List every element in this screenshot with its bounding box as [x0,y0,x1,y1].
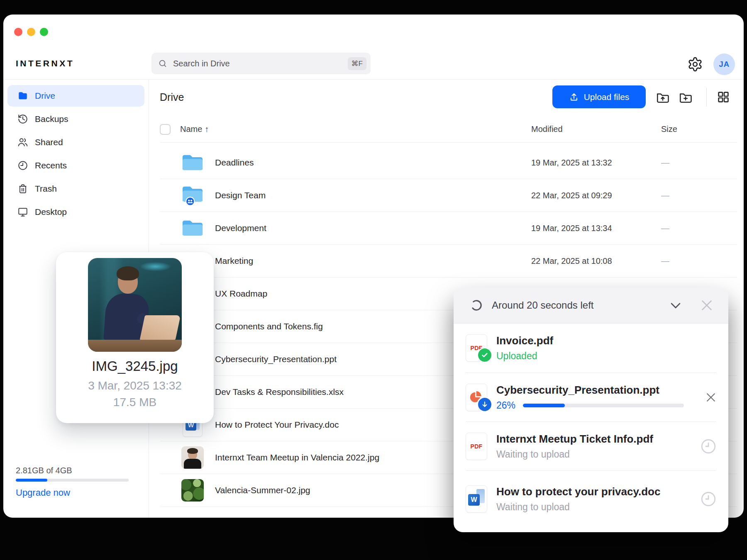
file-preview-card[interactable]: IMG_3245.jpg 3 Mar, 2025 13:32 17.5 MB [56,252,214,423]
select-all-checkbox[interactable] [160,124,171,135]
cancel-upload-button[interactable] [705,391,717,404]
folder-plus-icon [678,90,693,105]
preview-filesize: 17.5 MB [56,396,214,409]
column-header-size[interactable]: Size [661,124,677,134]
upload-item: Cybersecurity_Presentation.ppt 26% [454,373,728,422]
chevron-down-icon [669,298,683,312]
file-name: Valencia-Summer-02.jpg [215,485,310,495]
folder-upload-icon [655,90,670,105]
new-folder-button[interactable] [676,88,695,106]
sidebar-item-backups[interactable]: Backups [7,108,144,130]
upload-progress-fill [523,404,565,407]
file-name: Components and Tokens.fig [215,321,323,331]
screen: { "window": { "traffic_light_colors": ["… [0,0,747,560]
preview-thumbnail [88,258,182,352]
upload-item-filename: Cybersecurity_Presentation.ppt [496,384,684,397]
close-toast-button[interactable] [699,298,714,313]
column-header-modified[interactable]: Modified [531,124,563,134]
sidebar-item-label: Shared [35,137,63,147]
grid-view-button[interactable] [714,88,732,106]
close-icon [705,391,717,404]
header-divider [3,79,744,80]
trash-icon [17,183,28,194]
sidebar-item-recents[interactable]: Recents [7,155,144,176]
file-name: Development [215,223,266,233]
search-bar[interactable]: ⌘F [151,53,371,74]
sidebar-item-shared[interactable]: Shared [7,131,144,153]
file-size: — [661,190,669,200]
pdf-file-icon: PDF [466,433,487,460]
preview-modified-date: 3 Mar, 2025 13:32 [56,379,214,392]
people-icon [17,137,28,148]
word-file-icon: W [466,485,487,513]
minimize-window-button[interactable] [27,28,35,36]
internxt-logo: INTERNXT [16,58,74,68]
pdf-file-icon: PDF [466,334,487,362]
sidebar-item-trash[interactable]: Trash [7,178,144,200]
close-window-button[interactable] [14,28,22,36]
settings-button[interactable] [687,56,703,73]
desktop-icon [17,207,28,217]
sidebar-item-label: Trash [35,184,57,194]
avatar[interactable]: JA [713,54,735,75]
collapse-toast-button[interactable] [669,298,683,312]
zoom-window-button[interactable] [40,28,48,36]
ppt-file-icon [466,384,487,411]
upload-item-filename: Invoice.pdf [496,334,553,347]
upload-item: W How to protect your privacy.doc Waitin… [454,471,728,527]
upload-folder-button[interactable] [654,88,672,106]
folder-icon [181,217,204,239]
table-row[interactable]: Development 19 Mar, 2025 at 13:34 — [160,212,737,245]
table-row[interactable]: Marketing 22 Mar, 2025 at 10:08 — [160,244,737,278]
file-name: Marketing [215,256,253,266]
sidebar-item-label: Drive [35,91,55,101]
file-size: — [661,256,669,265]
upload-item-filename: How to protect your privacy.doc [496,485,660,498]
photo-thumbnail-portrait [181,446,204,469]
file-name: Deadlines [215,158,254,168]
table-row[interactable]: Deadlines 19 Mar, 2025 at 13:32 — [160,146,737,179]
sidebar-item-drive[interactable]: Drive [7,85,144,107]
modified-date: 22 Mar, 2025 at 10:08 [531,256,612,265]
sidebar-item-desktop[interactable]: Desktop [7,201,144,223]
search-shortcut-badge: ⌘F [348,57,366,70]
upload-files-button[interactable]: Upload files [552,85,646,108]
file-name: UX Roadmap [215,289,267,299]
table-row[interactable]: Design Team 22 Mar, 2025 at 09:29 — [160,179,737,212]
waiting-clock-icon [700,438,717,455]
photo-thumbnail-leaves [181,479,204,502]
toolbar-separator [706,88,707,107]
grid-view-icon [717,90,730,104]
upload-item-status: Waiting to upload [496,502,660,513]
upload-time-remaining: Around 20 seconds left [492,299,669,311]
folder-icon [181,151,204,174]
spinner-icon [470,299,483,312]
search-icon [158,59,167,68]
uploading-arrow-badge [477,397,493,412]
file-name: Dev Tasks & Responsibilities.xlsx [215,387,344,397]
upgrade-now-link[interactable]: Upgrade now [16,487,70,498]
toast-header: Around 20 seconds left [454,287,728,324]
column-header-name[interactable]: Name ↑ [180,124,209,134]
modified-date: 19 Mar, 2025 at 13:32 [531,158,612,167]
upload-item: PDF Internxt Meetup Ticket Info.pdf Wait… [454,422,728,471]
storage-progress-fill [16,479,47,482]
sort-ascending-icon: ↑ [205,124,209,134]
upload-icon [569,92,579,102]
search-input[interactable] [172,58,348,69]
upload-item: PDF Invoice.pdf Uploaded [454,324,728,373]
uploaded-check-badge [477,347,493,363]
modified-date: 19 Mar, 2025 at 13:34 [531,223,612,233]
upload-progress-toast: Around 20 seconds left PDF Invoice.pdf U… [454,287,728,532]
waiting-clock-icon [700,490,717,508]
file-size: — [661,158,669,167]
file-name: How to Protect Your Privacy.doc [215,420,339,430]
clock-icon [17,160,28,171]
table-header-divider [160,142,737,143]
file-name: Design Team [215,190,266,200]
sidebar-item-label: Recents [35,161,67,170]
file-size: — [661,223,669,233]
upload-item-status: Uploaded [496,351,553,362]
file-name: Cybersecurity_Presentation.ppt [215,354,337,364]
shared-folder-icon [181,184,204,207]
